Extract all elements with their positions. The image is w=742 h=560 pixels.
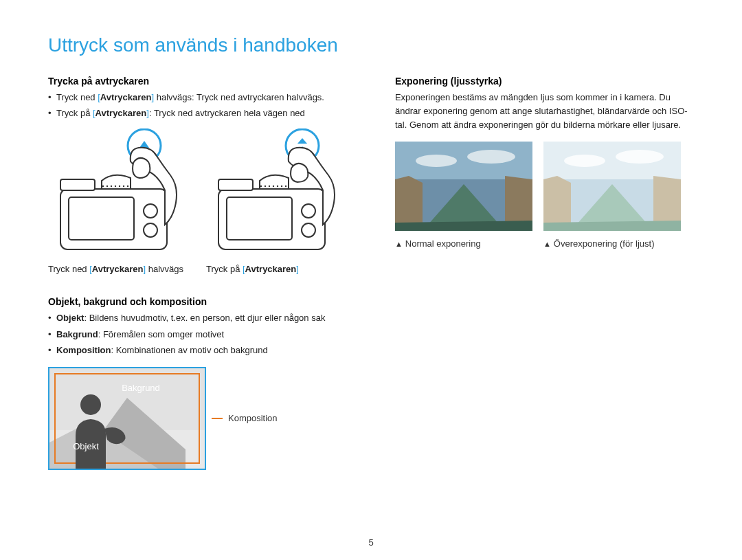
composition-bullet-2: Bakgrund: Föremålen som omger motivet — [48, 328, 354, 341]
text-run: Tryck ned — [48, 264, 89, 274]
section-composition: Objekt, bakgrund och komposition Objekt:… — [48, 296, 354, 469]
triangle-up-icon: ▲ — [543, 240, 551, 248]
exposure-photo-normal: ▲Normal exponering — [395, 142, 532, 249]
text-run: : Tryck ned avtryckaren hela vägen ned — [149, 108, 305, 118]
camera-half-press-icon — [48, 128, 186, 256]
bold-term: Objekt — [56, 313, 84, 323]
bold-term: Avtryckaren — [245, 264, 297, 274]
text-run: Tryck ned — [56, 92, 98, 102]
caption-text: Normal exponering — [405, 238, 481, 249]
svg-rect-21 — [218, 179, 253, 190]
svg-point-50 — [616, 150, 664, 164]
shutter-illustrations: Tryck ned [Avtryckaren] halvvägs — [48, 128, 354, 276]
text-run: : Föremålen som omger motivet — [98, 329, 225, 339]
svg-point-11 — [119, 186, 120, 187]
text-run: : Kombinationen av motiv och bakgrund — [111, 345, 267, 355]
bold-term: Komposition — [56, 345, 111, 355]
svg-point-34 — [80, 394, 101, 415]
content-columns: Trycka på avtryckaren Tryck ned [Avtryck… — [48, 76, 694, 470]
svg-point-8 — [106, 186, 108, 187]
bracket: ] — [296, 264, 299, 274]
svg-rect-44 — [543, 142, 681, 179]
shutter-full-caption: Tryck på [Avtryckaren] — [206, 263, 350, 276]
svg-point-5 — [144, 223, 157, 237]
diagram-label-bakgrund: Bakgrund — [122, 383, 160, 393]
bold-term: Avtryckaren — [100, 92, 152, 102]
bold-term: Avtryckaren — [95, 108, 147, 118]
bold-term: Avtryckaren — [92, 264, 144, 274]
svg-point-9 — [111, 186, 112, 187]
shutter-half-press: Tryck ned [Avtryckaren] halvvägs — [48, 128, 192, 276]
svg-point-4 — [144, 204, 157, 218]
shutter-heading: Trycka på avtryckaren — [48, 76, 354, 87]
photo-over-icon — [543, 142, 681, 231]
diagram-label-objekt: Objekt — [73, 441, 99, 451]
text-run: : Bildens huvudmotiv, t.ex. en person, e… — [84, 313, 325, 323]
right-column: Exponering (ljusstyrka) Exponeringen bes… — [395, 76, 694, 470]
text-run: halvvägs — [146, 264, 183, 274]
svg-rect-6 — [60, 179, 95, 190]
composition-label: Komposition — [228, 413, 278, 423]
svg-point-10 — [115, 186, 116, 187]
svg-point-12 — [123, 186, 124, 187]
composition-diagram-icon: Bakgrund Objekt — [48, 367, 206, 470]
svg-rect-18 — [227, 197, 292, 240]
svg-point-49 — [564, 155, 605, 167]
left-column: Trycka på avtryckaren Tryck ned [Avtryck… — [48, 76, 354, 470]
svg-point-27 — [281, 186, 282, 187]
composition-connector — [212, 418, 223, 419]
composition-heading: Objekt, bakgrund och komposition — [48, 296, 354, 307]
shutter-bullet-1: Tryck ned [Avtryckaren] halvvägs: Tryck … — [48, 91, 354, 104]
svg-point-7 — [102, 186, 104, 187]
composition-bullets: Objekt: Bildens huvudmotiv, t.ex. en per… — [48, 311, 354, 357]
svg-point-23 — [265, 186, 266, 187]
svg-point-25 — [273, 186, 274, 187]
svg-point-20 — [302, 223, 315, 237]
text-run: Tryck på — [206, 264, 243, 274]
exposure-caption-over: ▲Överexponering (för ljust) — [543, 238, 681, 249]
composition-bullet-3: Komposition: Kombinationen av motiv och … — [48, 344, 354, 357]
svg-point-22 — [260, 186, 262, 187]
text-run: halvvägs: Tryck ned avtryckaren halvvägs… — [154, 92, 324, 102]
svg-rect-3 — [69, 197, 134, 240]
svg-point-26 — [277, 186, 278, 187]
exposure-heading: Exponering (ljusstyrka) — [395, 76, 694, 87]
exposure-photo-over: ▲Överexponering (för ljust) — [543, 142, 681, 249]
svg-rect-36 — [395, 142, 532, 179]
bold-term: Bakgrund — [56, 329, 98, 339]
shutter-bullets: Tryck ned [Avtryckaren] halvvägs: Tryck … — [48, 91, 354, 120]
caption-text: Överexponering (för ljust) — [554, 238, 655, 249]
svg-point-42 — [467, 150, 515, 164]
exposure-caption-normal: ▲Normal exponering — [395, 238, 532, 249]
photo-normal-icon — [395, 142, 532, 231]
camera-full-press-icon — [206, 128, 344, 256]
svg-point-19 — [302, 204, 315, 218]
shutter-half-caption: Tryck ned [Avtryckaren] halvvägs — [48, 263, 192, 276]
triangle-up-icon: ▲ — [395, 240, 403, 248]
page-title: Uttryck som används i handboken — [48, 34, 694, 56]
shutter-bullet-2: Tryck på [Avtryckaren]: Tryck ned avtryc… — [48, 107, 354, 120]
exposure-photos: ▲Normal exponering ▲Överexponering (för … — [395, 142, 694, 249]
composition-diagram-row: Bakgrund Objekt Komposition — [48, 367, 354, 470]
svg-point-28 — [285, 186, 286, 187]
text-run: Tryck på — [56, 108, 93, 118]
shutter-full-press: Tryck på [Avtryckaren] — [206, 128, 350, 276]
section-shutter: Trycka på avtryckaren Tryck ned [Avtryck… — [48, 76, 354, 276]
svg-point-24 — [269, 186, 270, 187]
page-number: 5 — [368, 537, 373, 548]
svg-point-13 — [127, 186, 128, 187]
exposure-paragraph: Exponeringen bestäms av mängden ljus som… — [395, 91, 694, 132]
svg-point-41 — [416, 155, 457, 167]
composition-bullet-1: Objekt: Bildens huvudmotiv, t.ex. en per… — [48, 311, 354, 325]
